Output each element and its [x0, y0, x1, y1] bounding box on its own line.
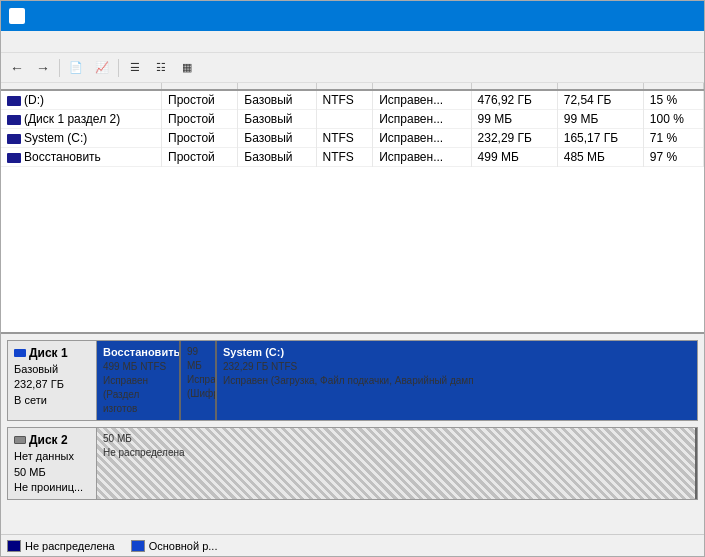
disk-status-disk2: Не проиниц...	[14, 480, 90, 495]
partition-disk2-0[interactable]: 50 МБ Не распределена	[97, 428, 697, 499]
part-detail1-disk1-2: 232,29 ГБ NTFS	[223, 360, 691, 374]
app-icon	[9, 8, 25, 24]
legend-color-1	[131, 540, 145, 552]
cell-fs: NTFS	[316, 90, 373, 110]
minimize-button[interactable]	[614, 6, 640, 26]
partition-disk1-0[interactable]: Восстановить 499 МБ NTFS Исправен (Разде…	[97, 341, 181, 420]
cell-location: Простой	[162, 110, 238, 129]
cell-capacity: 499 МБ	[471, 148, 557, 167]
volume-table: (D:) Простой Базовый NTFS Исправен... 47…	[1, 83, 704, 167]
table-row[interactable]: (D:) Простой Базовый NTFS Исправен... 47…	[1, 90, 704, 110]
col-header-status	[373, 83, 471, 90]
disk-visualization-panel: Диск 1 Базовый 232,87 ГБ В сети Восстано…	[1, 334, 704, 534]
toolbar-btn-7[interactable]: ▦	[175, 57, 199, 79]
table-header-row	[1, 83, 704, 90]
disk-status-disk1: В сети	[14, 393, 90, 408]
disk-row-disk2: Диск 2 Нет данных 50 МБ Не проиниц... 50…	[7, 427, 698, 500]
toolbar-separator-1	[59, 59, 60, 77]
cell-name: Восстановить	[1, 148, 162, 167]
cell-free: 165,17 ГБ	[557, 129, 643, 148]
cell-capacity: 476,92 ГБ	[471, 90, 557, 110]
cell-free: 99 МБ	[557, 110, 643, 129]
close-button[interactable]	[670, 6, 696, 26]
cell-fs	[316, 110, 373, 129]
disk-partitions-disk2: 50 МБ Не распределена Создать простой то…	[97, 427, 698, 500]
cell-type: Базовый	[238, 129, 316, 148]
disk-type-disk2: Нет данных	[14, 449, 90, 464]
cell-free-pct: 97 %	[643, 148, 703, 167]
part-detail2-disk1-1: Исправен (Шифро	[187, 373, 209, 401]
cell-name: System (C:)	[1, 129, 162, 148]
legend-item-0: Не распределена	[7, 540, 115, 552]
partition-disk1-1[interactable]: 99 МБ Исправен (Шифро	[181, 341, 217, 420]
cell-location: Простой	[162, 148, 238, 167]
partition-disk1-2[interactable]: System (C:) 232,29 ГБ NTFS Исправен (Заг…	[217, 341, 697, 420]
cell-type: Базовый	[238, 148, 316, 167]
cell-capacity: 232,29 ГБ	[471, 129, 557, 148]
cell-free-pct: 100 %	[643, 110, 703, 129]
cell-free-pct: 71 %	[643, 129, 703, 148]
part-detail2-disk1-2: Исправен (Загрузка, Файл подкачки, Авари…	[223, 374, 691, 388]
col-header-fs	[316, 83, 373, 90]
menu-bar	[1, 31, 704, 53]
cell-status: Исправен...	[373, 90, 471, 110]
toolbar: ← → 📄 📈 ☰ ☷ ▦	[1, 53, 704, 83]
col-header-location	[162, 83, 238, 90]
cell-location: Простой	[162, 129, 238, 148]
toolbar-btn-6[interactable]: ☷	[149, 57, 173, 79]
cell-status: Исправен...	[373, 129, 471, 148]
toolbar-btn-4[interactable]: 📈	[90, 57, 114, 79]
cell-free-pct: 15 %	[643, 90, 703, 110]
legend-label-0: Не распределена	[25, 540, 115, 552]
disk-name-disk1: Диск 1	[14, 345, 90, 362]
legend-item-1: Основной р...	[131, 540, 218, 552]
volume-table-panel: (D:) Простой Базовый NTFS Исправен... 47…	[1, 83, 704, 334]
col-header-tom	[1, 83, 162, 90]
cell-name: (Диск 1 раздел 2)	[1, 110, 162, 129]
menu-action[interactable]	[21, 40, 37, 44]
disk-label-disk1: Диск 1 Базовый 232,87 ГБ В сети	[7, 340, 97, 421]
part-detail1-disk1-0: 499 МБ NTFS	[103, 360, 173, 374]
part-detail1-disk2-0: 50 МБ	[103, 432, 689, 446]
maximize-button[interactable]	[642, 6, 668, 26]
toolbar-separator-2	[118, 59, 119, 77]
cell-status: Исправен...	[373, 110, 471, 129]
disk-type-disk1: Базовый	[14, 362, 90, 377]
disk-name-disk2: Диск 2	[14, 432, 90, 449]
cell-free: 485 МБ	[557, 148, 643, 167]
cell-fs: NTFS	[316, 148, 373, 167]
col-header-capacity	[471, 83, 557, 90]
part-detail2-disk2-0: Не распределена	[103, 446, 689, 460]
table-row[interactable]: System (C:) Простой Базовый NTFS Исправе…	[1, 129, 704, 148]
toolbar-btn-5[interactable]: ☰	[123, 57, 147, 79]
menu-view[interactable]	[37, 40, 53, 44]
legend-color-0	[7, 540, 21, 552]
cell-type: Базовый	[238, 110, 316, 129]
col-header-type	[238, 83, 316, 90]
title-bar	[1, 1, 704, 31]
legend-label-1: Основной р...	[149, 540, 218, 552]
cell-fs: NTFS	[316, 129, 373, 148]
part-name-disk1-0: Восстановить	[103, 345, 173, 360]
col-header-free-pct	[643, 83, 703, 90]
cell-status: Исправен...	[373, 148, 471, 167]
part-name-disk1-2: System (C:)	[223, 345, 691, 360]
cell-capacity: 99 МБ	[471, 110, 557, 129]
forward-button[interactable]: →	[31, 57, 55, 79]
disk-size-disk2: 50 МБ	[14, 465, 90, 480]
window-controls	[614, 6, 696, 26]
disk-label-disk2: Диск 2 Нет данных 50 МБ Не проиниц...	[7, 427, 97, 500]
cell-location: Простой	[162, 90, 238, 110]
toolbar-btn-3[interactable]: 📄	[64, 57, 88, 79]
col-header-free	[557, 83, 643, 90]
disk-partitions-disk1: Восстановить 499 МБ NTFS Исправен (Разде…	[97, 340, 698, 421]
table-row[interactable]: (Диск 1 раздел 2) Простой Базовый Исправ…	[1, 110, 704, 129]
menu-help[interactable]	[53, 40, 69, 44]
back-button[interactable]: ←	[5, 57, 29, 79]
table-row[interactable]: Восстановить Простой Базовый NTFS Исправ…	[1, 148, 704, 167]
disk-size-disk1: 232,87 ГБ	[14, 377, 90, 392]
menu-file[interactable]	[5, 40, 21, 44]
cell-free: 72,54 ГБ	[557, 90, 643, 110]
disk-row-disk1: Диск 1 Базовый 232,87 ГБ В сети Восстано…	[7, 340, 698, 421]
legend-bar: Не распределена Основной р...	[1, 534, 704, 556]
